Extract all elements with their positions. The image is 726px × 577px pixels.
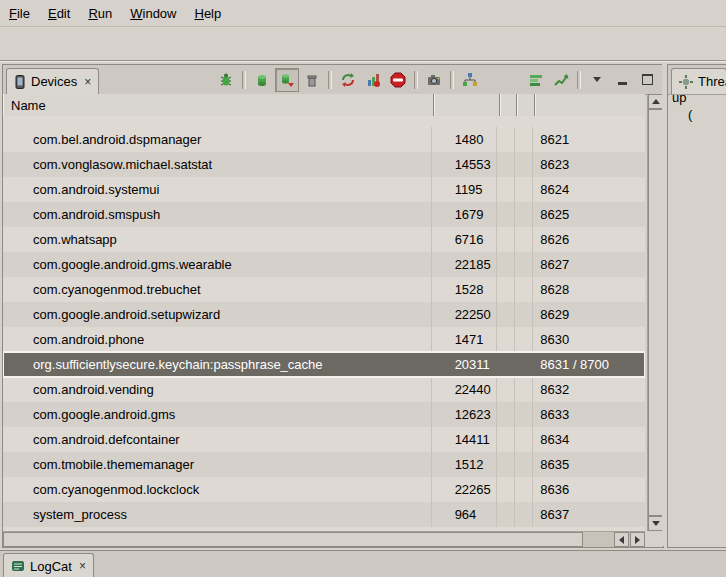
threads-tab-row: Threads	[668, 65, 726, 95]
toolbar-separator	[328, 71, 332, 89]
table-row[interactable]: com.android.vending 22440 8632	[3, 377, 645, 402]
toolbar-separator	[577, 71, 581, 89]
process-port: 8636	[533, 477, 645, 502]
threads-panel: Threads Thread up (	[667, 64, 726, 548]
close-icon[interactable]: ×	[82, 75, 91, 89]
column-header-empty[interactable]	[517, 94, 535, 116]
tab-devices[interactable]: Devices ×	[6, 68, 99, 94]
maximize-button[interactable]	[635, 68, 659, 92]
table-row[interactable]: com.cyanogenmod.trebuchet 1528 8628	[3, 277, 645, 302]
table-row[interactable]: system_process 964 8637	[3, 502, 645, 527]
stop-process-button[interactable]	[386, 68, 410, 92]
systrace-button[interactable]	[524, 68, 548, 92]
bottom-view-bar: LogCat ×	[0, 550, 726, 577]
table-header: Name	[3, 94, 645, 117]
process-name: com.cyanogenmod.trebuchet	[3, 277, 432, 302]
process-name: com.android.vending	[3, 377, 432, 402]
table-row[interactable]: com.whatsapp 6716 8626	[3, 227, 645, 252]
process-pid: 22440	[432, 377, 498, 402]
gl-trace-button[interactable]	[549, 68, 573, 92]
process-port: 8624	[533, 177, 645, 202]
dump-hprof-button[interactable]	[275, 68, 299, 92]
empty-cell	[497, 477, 515, 502]
view-menu-button[interactable]	[585, 68, 609, 92]
devices-panel: Devices ×	[2, 64, 664, 548]
menu-help[interactable]: Help	[185, 2, 230, 25]
main-toolbar	[0, 27, 726, 61]
process-port: 8633	[533, 402, 645, 427]
process-name: com.android.systemui	[3, 177, 432, 202]
start-method-profiling-button[interactable]	[361, 68, 385, 92]
scroll-left-button[interactable]	[614, 532, 629, 547]
empty-cell	[497, 277, 515, 302]
empty-cell	[497, 377, 515, 402]
table-row[interactable]: com.google.android.gms.wearable 22185 86…	[3, 252, 645, 277]
tab-logcat-label: LogCat	[30, 559, 72, 574]
vertical-scroll-thumb[interactable]	[648, 109, 663, 516]
table-row[interactable]: com.android.smspush 1679 8625	[3, 202, 645, 227]
toolbar-separator	[450, 71, 454, 89]
process-pid: 1480	[432, 127, 498, 152]
minimize-button[interactable]	[610, 68, 634, 92]
empty-cell	[515, 277, 533, 302]
table-row[interactable]: com.tmobile.thememanager 1512 8635	[3, 452, 645, 477]
update-heap-button[interactable]	[250, 68, 274, 92]
process-port: 8621	[533, 127, 645, 152]
menu-window[interactable]: Window	[121, 2, 185, 25]
scroll-up-button[interactable]	[648, 94, 663, 109]
table-row[interactable]: org.sufficientlysecure.keychain:passphra…	[3, 352, 645, 377]
horizontal-scroll-thumb[interactable]	[3, 532, 583, 547]
maximize-icon	[642, 74, 653, 85]
process-port: 8632	[533, 377, 645, 402]
debug-process-button[interactable]	[214, 68, 238, 92]
column-header-empty[interactable]	[500, 94, 518, 116]
menu-run[interactable]: Run	[79, 2, 121, 25]
vertical-scrollbar[interactable]	[647, 94, 663, 531]
table-row[interactable]: com.vonglasow.michael.satstat 14553 8623	[3, 152, 645, 177]
menu-file[interactable]: File	[0, 2, 39, 25]
process-name: com.cyanogenmod.lockclock	[3, 477, 432, 502]
dump-view-hierarchy-button[interactable]	[458, 68, 482, 92]
table-row[interactable]: com.android.defcontainer 14411 8634	[3, 427, 645, 452]
empty-cell	[515, 127, 533, 152]
table-row[interactable]: com.android.systemui 1195 8624	[3, 177, 645, 202]
column-header-pid[interactable]	[434, 94, 500, 116]
toolbar-separator	[414, 71, 418, 89]
tab-threads[interactable]: Threads	[671, 68, 726, 94]
toolbar-separator	[242, 71, 246, 89]
process-port: 8629	[533, 302, 645, 327]
empty-cell	[515, 227, 533, 252]
menu-edit[interactable]: Edit	[39, 2, 79, 25]
process-pid: 1195	[432, 177, 498, 202]
scroll-down-button[interactable]	[648, 516, 663, 531]
gl-trace-icon	[553, 72, 569, 88]
process-pid: 22265	[432, 477, 498, 502]
table-row[interactable]: com.google.android.setupwizard 22250 862…	[3, 302, 645, 327]
column-header-port[interactable]	[535, 94, 645, 116]
scroll-right-button[interactable]	[630, 532, 645, 547]
process-port: 8625	[533, 202, 645, 227]
empty-cell	[515, 427, 533, 452]
table-row[interactable]: com.cyanogenmod.lockclock 22265 8636	[3, 477, 645, 502]
empty-cell	[515, 352, 533, 377]
update-threads-button[interactable]	[336, 68, 360, 92]
close-icon[interactable]: ×	[77, 559, 86, 573]
systrace-icon	[528, 72, 544, 88]
tab-logcat[interactable]: LogCat ×	[3, 553, 94, 577]
table-row[interactable]: com.android.phone 1471 8630	[3, 327, 645, 352]
empty-cell	[515, 377, 533, 402]
cause-gc-button[interactable]	[300, 68, 324, 92]
threads-message-line2: (	[672, 106, 726, 123]
screen-capture-button[interactable]	[422, 68, 446, 92]
horizontal-scrollbar[interactable]	[3, 531, 645, 547]
column-header-name[interactable]: Name	[3, 94, 434, 116]
table-row[interactable]: com.google.android.gms 12623 8633	[3, 402, 645, 427]
process-name: org.sufficientlysecure.keychain:passphra…	[3, 352, 432, 377]
process-list: com.bel.android.dspmanager 1480 8621 com…	[3, 116, 645, 531]
empty-cell	[515, 452, 533, 477]
threads-icon	[679, 75, 693, 89]
table-row[interactable]: com.bel.android.dspmanager 1480 8621	[3, 127, 645, 152]
process-name: com.android.defcontainer	[3, 427, 432, 452]
process-port: 8635	[533, 452, 645, 477]
ddms-window: File Edit Run Window Help Devices ×	[0, 0, 726, 577]
